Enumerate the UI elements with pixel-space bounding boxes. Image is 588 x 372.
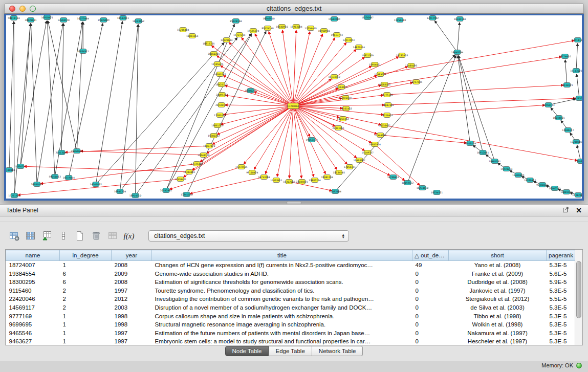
table-cell[interactable]: 2008 [112, 261, 152, 270]
graph-node[interactable]: 12046117 [562, 128, 574, 133]
graph-edge[interactable] [380, 135, 466, 143]
float-panel-icon[interactable] [562, 206, 569, 215]
graph-node[interactable]: 85124104 [230, 19, 242, 24]
table-cell[interactable]: 6 [60, 270, 112, 278]
tab-network-table[interactable]: Network Table [312, 346, 363, 356]
graph-node[interactable]: 14134121 [561, 83, 573, 87]
function-builder-button[interactable]: f(x) [123, 229, 135, 243]
table-cell[interactable]: Changes of HCN gene expression and I(f) … [152, 261, 412, 270]
graph-edge[interactable] [293, 106, 381, 125]
table-cell[interactable]: Tourette syndrome. Phenomenology and cla… [152, 287, 412, 295]
graph-edge[interactable] [269, 32, 293, 106]
graph-node[interactable]: 16519014 [63, 176, 75, 180]
graph-edge[interactable] [166, 24, 235, 190]
graph-node[interactable]: 91914104 [572, 38, 582, 42]
graph-edge[interactable] [224, 106, 293, 115]
graph-node[interactable]: 12103454 [575, 159, 582, 164]
graph-edge[interactable] [293, 106, 347, 164]
graph-edge[interactable] [120, 25, 138, 191]
table-cell[interactable]: 9463627 [6, 337, 60, 345]
tab-node-table[interactable]: Node Table [225, 346, 269, 356]
graph-node[interactable]: 18302027 [283, 180, 295, 184]
table-cell[interactable]: 1 [60, 337, 112, 345]
table-cell[interactable]: de Silva et al. (2003) [449, 303, 547, 312]
table-cell[interactable]: 1 [60, 329, 112, 338]
graph-node[interactable]: 19948120 [198, 153, 209, 158]
table-cell[interactable]: 2 [60, 295, 112, 303]
graph-node[interactable]: 12161432 [340, 106, 352, 111]
graph-node[interactable]: 21095712 [216, 93, 228, 97]
graph-node[interactable]: 20513047 [55, 150, 67, 155]
table-cell[interactable]: 0 [412, 278, 449, 287]
delete-column-button[interactable] [90, 229, 102, 243]
column-header[interactable]: in_degree [60, 250, 112, 261]
graph-node[interactable]: 16841204 [114, 189, 126, 194]
graph-node[interactable]: 18957904 [369, 142, 381, 147]
table-cell[interactable]: 9777169 [6, 312, 60, 321]
graph-edge[interactable] [135, 25, 138, 195]
table-cell[interactable]: 22420046 [6, 295, 60, 303]
table-cell[interactable]: 2012 [112, 295, 152, 303]
graph-node[interactable]: 18547011 [117, 16, 129, 20]
graph-node[interactable]: 17240461 [287, 103, 299, 109]
graph-edge[interactable] [254, 92, 293, 106]
graph-edge[interactable] [380, 40, 574, 74]
graph-node[interactable]: 15149327 [362, 150, 374, 155]
scrollbar-thumb[interactable] [576, 261, 581, 318]
column-header[interactable]: pagerank [547, 250, 575, 261]
graph-node[interactable]: 20730101 [215, 103, 227, 107]
table-cell[interactable]: 0 [412, 312, 449, 321]
table-cell[interactable]: 18300295 [6, 278, 60, 287]
graph-node[interactable]: 16910471 [41, 15, 53, 20]
table-cell[interactable]: 5.6E-5 [547, 270, 575, 278]
graph-node[interactable]: 16912041 [477, 150, 489, 155]
graph-node[interactable]: 92774410 [559, 54, 571, 59]
table-cell[interactable]: 0 [412, 337, 449, 345]
graph-node[interactable]: 19153454 [306, 138, 317, 142]
table-cell[interactable]: 1 [60, 320, 112, 329]
table-cell[interactable]: Estimation of significance thresholds fo… [152, 278, 412, 287]
graph-node[interactable]: 16123052 [133, 19, 144, 24]
graph-node[interactable]: 12185425 [211, 62, 223, 67]
graph-node[interactable]: 20181047 [31, 182, 42, 187]
graph-edge[interactable] [387, 85, 563, 95]
table-cell[interactable]: Tibbo et al. (1998) [449, 312, 547, 321]
table-cell[interactable]: 5.3E-5 [547, 303, 575, 312]
graph-node[interactable]: 87919104 [464, 141, 476, 146]
column-header[interactable]: year [112, 250, 152, 261]
graph-node[interactable]: 19253041 [573, 96, 582, 101]
graph-node[interactable]: 99110474 [246, 170, 258, 175]
table-cell[interactable]: 1 [60, 261, 112, 270]
table-cell[interactable]: Structural magnetic resonance image aver… [152, 320, 412, 329]
graph-node[interactable]: 14821074 [353, 45, 365, 50]
table-cell[interactable]: 5.9E-5 [547, 278, 575, 287]
table-row[interactable]: 911546021997Tourette syndrome. Phenomeno… [6, 287, 575, 295]
graph-node[interactable]: 12217093 [342, 38, 354, 42]
graph-edge[interactable] [458, 56, 470, 143]
graph-node[interactable]: 18914710 [129, 193, 141, 198]
graph-edge[interactable] [459, 56, 495, 161]
rename-table-button[interactable] [106, 229, 119, 243]
table-row[interactable]: 1872400712008Changes of HCN gene express… [6, 261, 575, 270]
graph-edge[interactable] [18, 179, 181, 195]
graph-edge[interactable] [242, 38, 293, 106]
graph-node[interactable]: 20623041 [25, 18, 36, 23]
graph-node[interactable]: 15800294 [309, 178, 320, 183]
graph-edge[interactable] [277, 106, 293, 177]
graph-node[interactable]: 92450121 [536, 183, 548, 187]
graph-node[interactable]: 19613709 [328, 17, 340, 21]
close-panel-icon[interactable]: ✕ [576, 207, 582, 213]
graph-node[interactable]: 85124140 [262, 26, 273, 31]
table-cell[interactable]: 19384554 [6, 270, 60, 278]
graph-node[interactable]: 15727214 [233, 33, 245, 37]
table-row[interactable]: 969969511998Structural magnetic resonanc… [6, 320, 575, 329]
graph-node[interactable]: 16083103 [379, 82, 390, 87]
table-cell[interactable]: Wolkin et al. (1998) [449, 320, 547, 329]
graph-edge[interactable] [244, 106, 293, 164]
table-row[interactable]: 2242004622012Investigating the contribut… [6, 295, 575, 303]
graph-edge[interactable] [266, 106, 293, 174]
graph-node[interactable]: 16057470 [203, 144, 215, 148]
graph-node[interactable]: 15970214 [500, 167, 512, 171]
close-window-button[interactable] [9, 6, 15, 12]
graph-node[interactable]: 11051462 [337, 117, 349, 121]
